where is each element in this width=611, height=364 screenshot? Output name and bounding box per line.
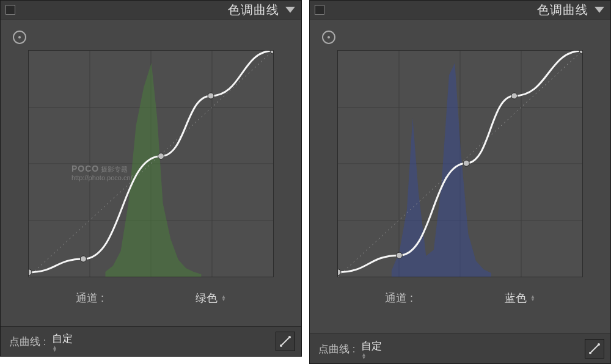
- edit-point-curve-button[interactable]: [585, 339, 604, 359]
- svg-point-12: [280, 344, 282, 347]
- svg-point-23: [463, 160, 469, 166]
- panel-body: POCO 摄影专题 http://photo.poco.cn/ 通道 : 绿色 …: [1, 20, 301, 326]
- chevron-down-icon[interactable]: [285, 7, 295, 13]
- point-curve-label: 点曲线 :: [318, 342, 355, 356]
- stepper-icon: ▲▼: [221, 295, 226, 301]
- channel-dropdown[interactable]: 绿色 ▲▼: [196, 291, 226, 305]
- panel-toggle-checkbox[interactable]: [315, 5, 324, 15]
- panel-header: 色调曲线: [310, 1, 610, 20]
- panel-footer: 点曲线 : 自定 ▲▼: [310, 333, 610, 363]
- svg-point-21: [338, 269, 341, 275]
- panel-toggle-checkbox[interactable]: [5, 5, 15, 15]
- point-curve-dropdown[interactable]: 自定 ▲▼: [361, 339, 382, 359]
- svg-point-27: [598, 343, 600, 346]
- svg-point-8: [80, 256, 86, 262]
- curve-editor[interactable]: POCO 摄影专题 http://photo.poco.cn/: [28, 50, 274, 277]
- panel-title: 色调曲线: [228, 2, 279, 18]
- edit-point-curve-button[interactable]: [276, 332, 295, 351]
- channel-row: 通道 : 蓝色 ▲▼: [322, 277, 598, 316]
- target-adjust-icon[interactable]: [322, 31, 335, 44]
- svg-point-9: [158, 153, 164, 159]
- stepper-icon: ▲▼: [361, 353, 382, 359]
- point-curve-dropdown[interactable]: 自定 ▲▼: [52, 332, 73, 352]
- svg-point-24: [511, 93, 518, 99]
- tone-curve-panel-blue: 色调曲线 通道 : 蓝色 ▲▼ 点曲线 : 自定 ▲▼: [309, 0, 611, 364]
- svg-point-25: [579, 51, 582, 54]
- svg-point-22: [396, 252, 402, 258]
- panel-title: 色调曲线: [537, 2, 588, 18]
- chevron-down-icon[interactable]: [595, 7, 604, 13]
- channel-row: 通道 : 绿色 ▲▼: [13, 277, 289, 316]
- channel-label: 通道 :: [76, 291, 104, 305]
- panel-header: 色调曲线: [1, 1, 301, 20]
- channel-dropdown[interactable]: 蓝色 ▲▼: [505, 291, 535, 305]
- target-adjust-icon[interactable]: [13, 31, 26, 44]
- panel-body: 通道 : 蓝色 ▲▼: [310, 20, 610, 333]
- svg-point-13: [288, 336, 291, 338]
- svg-point-26: [589, 352, 591, 354]
- channel-label: 通道 :: [385, 291, 413, 305]
- svg-point-10: [208, 93, 214, 99]
- svg-point-7: [29, 269, 32, 275]
- stepper-icon: ▲▼: [530, 295, 535, 301]
- curve-editor[interactable]: [337, 50, 583, 277]
- tone-curve-panel-green: 色调曲线 POCO 摄影专题 http://photo.poco.cn/ 通道 …: [0, 0, 302, 357]
- stepper-icon: ▲▼: [52, 346, 73, 352]
- point-curve-label: 点曲线 :: [9, 335, 46, 349]
- panel-footer: 点曲线 : 自定 ▲▼: [1, 326, 301, 356]
- svg-point-11: [270, 51, 273, 54]
